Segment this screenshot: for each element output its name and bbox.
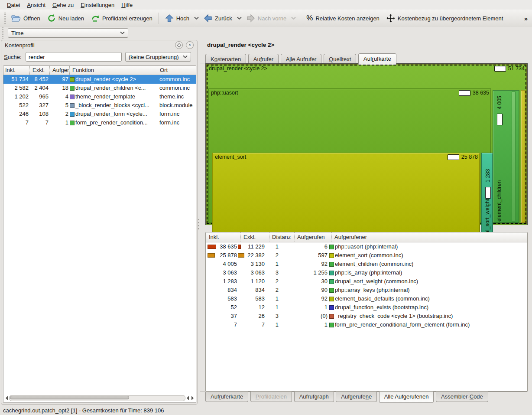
cost-reference-button[interactable]: Kostenbezug zu übergeordnetem Element (383, 12, 507, 24)
treemap-sub-band (512, 91, 516, 222)
up-button[interactable]: Hoch (162, 12, 193, 24)
up-label: Hoch (176, 15, 189, 22)
tab-aufruferkarte[interactable]: Aufruferkarte (205, 392, 248, 402)
toolbar-drag-handle[interactable] (2, 27, 3, 39)
toolbar-overflow-button[interactable]: » (524, 15, 529, 22)
table-row[interactable]: 25 878 22 382 2 597 element_sort (common… (206, 251, 527, 260)
back-dropdown-button[interactable] (236, 15, 243, 22)
grouping-select[interactable]: (keine Gruppierung) (125, 52, 191, 62)
table-row[interactable]: 38 635 11 229 1 6 php::uasort (php:inter… (206, 242, 527, 251)
header-aufgerufen[interactable]: Aufgerufen (294, 232, 331, 242)
toolbar-drag-handle[interactable] (4, 13, 6, 24)
header-exkl[interactable]: Exkl. (29, 66, 49, 75)
table-row[interactable]: 834 834 2 90 php::array_keys (php:intern… (206, 286, 527, 294)
tab-profildateien[interactable]: Profildateien (250, 392, 292, 402)
function-color-icon (70, 112, 75, 117)
relative-cost-button[interactable]: % Relative Kosten anzeigen (303, 12, 383, 24)
tab-assembler-code[interactable]: Assembler-Code (436, 392, 488, 402)
up-dropdown-button[interactable] (193, 15, 200, 22)
treemap-rect-unlabeled[interactable] (521, 90, 526, 223)
menu-hilfe[interactable]: Hilfe (118, 1, 136, 9)
function-color-icon (329, 288, 334, 293)
reload-button[interactable]: Neu laden (44, 12, 88, 24)
table-row[interactable]: 1 202 965 4 theme_render_template theme.… (3, 92, 196, 101)
cell-exkl: 834 (237, 286, 265, 294)
table-row[interactable]: 4 005 3 130 1 92 element_children (commo… (206, 260, 527, 268)
header-aufgerufener[interactable]: Aufgerufener (331, 232, 527, 242)
treemap-rect-element-children[interactable]: 4 005 element_children (493, 90, 519, 223)
tab-alle-aufgerufenen[interactable]: Alle Aufgerufenen (379, 392, 434, 403)
tab-aufgerufene[interactable]: Aufgerufene (336, 392, 377, 402)
dock-close-button[interactable]: × (186, 41, 194, 49)
function-color-icon (329, 297, 334, 301)
search-input[interactable] (26, 52, 122, 62)
scroll-left-arrow[interactable] (187, 396, 189, 400)
dump-profile-button[interactable]: Profildatei erzeugen (88, 12, 156, 24)
cell-location: theme.inc (159, 92, 196, 101)
table-row[interactable]: 522 327 5 _block_render_blocks <cycl... … (3, 101, 196, 110)
table-row[interactable]: 51 734 8 452 97 drupal_render <cycle 2> … (3, 75, 196, 84)
header-exkl[interactable]: Exkl. (240, 232, 269, 242)
scrollbar-track[interactable] (9, 395, 185, 401)
cell-aufgerufen: 90 (279, 286, 328, 294)
menu-datei[interactable]: Datei (3, 1, 23, 9)
header-ort[interactable]: Ort (157, 66, 196, 75)
cost-pill-icon (459, 90, 470, 96)
page-title: drupal_render <cycle 2> (207, 42, 274, 48)
treemap-rect-element-sort[interactable]: element_sort 25 878 (212, 153, 480, 235)
splitter-handle[interactable] (198, 219, 199, 230)
back-button[interactable]: Zurück (200, 12, 236, 24)
open-button[interactable]: Öffnen (8, 12, 44, 24)
scrollbar-thumb[interactable] (10, 396, 129, 399)
treemap-rect-php-uasort[interactable]: php::uasort 38 635 element_sort 25 878 (208, 88, 491, 223)
table-row[interactable]: 2 582 2 404 18 drupal_render_children <c… (3, 84, 196, 92)
header-aufgerufen[interactable]: Aufgeru (49, 66, 69, 75)
header-inkl[interactable]: Inkl. (3, 66, 29, 75)
header-inkl[interactable]: Inkl. (206, 232, 240, 242)
tab-aufrufgraph[interactable]: Aufrufgraph (294, 392, 334, 402)
forward-dropdown-button[interactable] (290, 15, 297, 22)
forward-button[interactable]: Nach vorne (243, 12, 290, 24)
callee-list-header[interactable]: Inkl. Exkl. Distanz Aufgerufen Aufgerufe… (206, 232, 527, 242)
horizontal-scrollbar[interactable] (4, 395, 195, 402)
scroll-right-arrow[interactable] (191, 396, 194, 400)
scroll-left-arrow[interactable] (6, 396, 8, 400)
cell-function: theme_render_template (75, 92, 159, 101)
table-row[interactable]: 246 108 2 drupal_render_form <cycle... f… (3, 110, 196, 118)
cost-pill-icon (497, 114, 503, 125)
dock-titlebar[interactable]: Kostenprofil × (1, 40, 197, 50)
table-row[interactable]: 7 7 1 form_pre_render_condition... form.… (3, 118, 196, 127)
cell-incl: 583 (206, 294, 237, 303)
treemap-rect-drupal-render[interactable]: drupal_render <cycle 2> 51 734 php::uaso… (206, 64, 527, 224)
menu-gehe-zu[interactable]: Gehe zu (49, 1, 77, 9)
table-row[interactable]: 37 26 3 (0) _registry_check_code <cycle … (206, 312, 527, 320)
tab-kostenarten[interactable]: Kostenarten (205, 54, 246, 64)
tab-alle-aufrufer[interactable]: Alle Aufrufer (281, 54, 322, 64)
menu-ansicht[interactable]: Ansicht (23, 1, 49, 9)
event-type-select[interactable]: Time (8, 28, 128, 38)
tab-aufrufkarte[interactable]: Aufrufkarte (358, 53, 396, 65)
cell-called: 5 (49, 101, 68, 110)
menu-einstellungen[interactable]: Einstellungen (77, 1, 118, 9)
tab-aufrufer[interactable]: Aufrufer (248, 54, 279, 64)
table-row[interactable]: 3 063 3 063 3 1 255 php::is_array (php:i… (206, 268, 527, 277)
function-color-icon (70, 77, 75, 82)
function-color-icon (70, 95, 75, 99)
tab-quelltext[interactable]: Quelltext (324, 54, 356, 64)
table-row[interactable]: 583 583 1 92 element_basic_defaults (com… (206, 294, 527, 303)
cell-exkl: 3 130 (237, 260, 265, 268)
table-row[interactable]: 1 283 1 120 2 30 drupal_sort_weight (com… (206, 277, 527, 286)
header-distanz[interactable]: Distanz (269, 232, 294, 242)
function-color-icon (329, 245, 334, 249)
header-funktion[interactable]: Funktion (69, 66, 157, 75)
dock-float-button[interactable] (175, 41, 183, 49)
table-row[interactable]: 7 7 1 1 form_pre_render_conditional_form… (206, 320, 527, 329)
function-list-header[interactable]: Inkl. Exkl. Aufgeru Funktion Ort (3, 66, 196, 75)
cell-distanz: 1 (265, 242, 279, 251)
cell-incl: 834 (206, 286, 237, 294)
cost-pill-icon (485, 187, 491, 199)
toolbar-separator (300, 13, 300, 24)
cell-incl: 51 734 (3, 75, 29, 84)
cell-icon (328, 277, 334, 286)
table-row[interactable]: 52 12 1 1 drupal_function_exists (bootst… (206, 303, 527, 312)
